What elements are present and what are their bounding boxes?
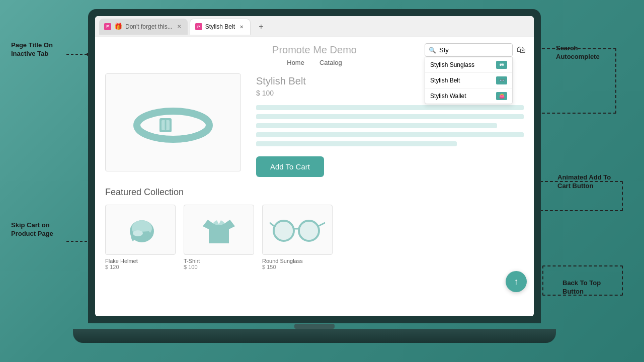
tab-favicon-active: P — [195, 23, 202, 30]
svg-line-23 — [319, 223, 325, 226]
new-tab-button[interactable]: + — [255, 20, 268, 33]
autocomplete-item-belt[interactable]: Stylish Belt 👓 — [425, 73, 512, 88]
desc-line-5 — [256, 141, 457, 146]
tab-inactive-label: Don't forget this... — [125, 23, 173, 30]
featured-title: Featured Collection — [105, 187, 524, 198]
site-header: Promote Me Demo Home Catalog 🔍 — [95, 37, 534, 73]
nav-home[interactable]: Home — [287, 59, 304, 66]
search-input[interactable] — [425, 43, 513, 57]
featured-grid: Flake Helmet $ 120 T-Shirt — [105, 205, 524, 270]
search-icon: 🔍 — [429, 47, 436, 54]
sunglass-svg — [270, 215, 325, 245]
helmet-price: $ 120 — [105, 264, 176, 270]
helmet-image-box — [105, 205, 176, 255]
autocomplete-item-wallet[interactable]: Stylish Wallet 👛 — [425, 88, 512, 104]
helmet-name: Flake Helmet — [105, 258, 176, 264]
annotation-skip-cart: Skip Cart on Product Page — [11, 221, 66, 238]
browser-tab-inactive[interactable]: P 🎁 Don't forget this... ✕ — [99, 19, 188, 35]
tab-close-active[interactable]: ✕ — [238, 23, 245, 30]
belt-icon: 👓 — [496, 76, 507, 84]
tab-close-inactive[interactable]: ✕ — [176, 23, 183, 30]
annotation-page-title: Page Title On Inactive Tab — [11, 41, 66, 58]
svg-point-10 — [137, 111, 209, 139]
helmet-svg — [123, 212, 158, 247]
laptop-device: P 🎁 Don't forget this... ✕ P Stylish Bel… — [88, 9, 556, 351]
cart-icon[interactable]: 🛍 — [517, 45, 526, 55]
autocomplete-label-sunglass: Stylish Sunglass — [430, 61, 474, 68]
featured-item-sunglass[interactable]: Round Sunglass $ 150 — [262, 205, 333, 270]
autocomplete-label-wallet: Stylish Wallet — [430, 93, 466, 100]
back-to-top-button[interactable]: ↑ — [506, 271, 527, 292]
featured-item-helmet[interactable]: Flake Helmet $ 120 — [105, 205, 176, 270]
sunglass-icon: 🕶 — [496, 61, 507, 69]
svg-line-22 — [270, 223, 274, 226]
autocomplete-label-belt: Stylish Belt — [430, 77, 460, 84]
laptop-trackpad — [294, 324, 335, 329]
tab-emoji: 🎁 — [114, 23, 122, 30]
desc-line-4 — [256, 132, 524, 137]
featured-section: Featured Collection — [95, 187, 534, 280]
wallet-icon: 👛 — [496, 92, 507, 100]
product-image-box — [105, 73, 241, 171]
add-to-cart-button[interactable]: Add To Cart — [256, 156, 324, 177]
tshirt-name: T-Shirt — [184, 258, 254, 264]
svg-point-20 — [300, 222, 318, 240]
tab-favicon-inactive: P — [104, 23, 111, 30]
search-area: 🔍 Stylish Sunglass 🕶 Stylish Belt — [425, 43, 526, 57]
back-to-top-arrow: ↑ — [514, 277, 519, 287]
sunglass-image-box — [262, 205, 333, 255]
tshirt-price: $ 100 — [184, 264, 254, 270]
browser-tab-active[interactable]: P Stylish Belt ✕ — [190, 19, 251, 35]
autocomplete-dropdown: Stylish Sunglass 🕶 Stylish Belt 👓 Stylis… — [425, 57, 513, 104]
tshirt-svg — [203, 212, 235, 247]
sunglass-price: $ 150 — [262, 264, 333, 270]
sunglass-name: Round Sunglass — [262, 258, 333, 264]
browser-window: P 🎁 Don't forget this... ✕ P Stylish Bel… — [95, 16, 534, 316]
browser-chrome: P 🎁 Don't forget this... ✕ P Stylish Bel… — [95, 16, 534, 37]
belt-image — [130, 98, 216, 148]
desc-line-1 — [256, 105, 524, 110]
laptop-base — [73, 329, 556, 343]
svg-point-18 — [275, 222, 293, 240]
desc-line-2 — [256, 114, 524, 119]
screen-bezel: P 🎁 Don't forget this... ✕ P Stylish Bel… — [88, 9, 541, 323]
search-box-wrapper: 🔍 Stylish Sunglass 🕶 Stylish Belt — [425, 43, 513, 57]
svg-point-16 — [133, 230, 143, 236]
tab-active-label: Stylish Belt — [205, 23, 235, 30]
tshirt-image-box — [184, 205, 254, 255]
desc-line-3 — [256, 123, 497, 128]
autocomplete-item-sunglass[interactable]: Stylish Sunglass 🕶 — [425, 57, 512, 73]
featured-item-tshirt[interactable]: T-Shirt $ 100 — [184, 205, 254, 270]
nav-catalog[interactable]: Catalog — [319, 59, 342, 66]
description-lines — [256, 105, 524, 146]
page-content: Promote Me Demo Home Catalog 🔍 — [95, 37, 534, 316]
